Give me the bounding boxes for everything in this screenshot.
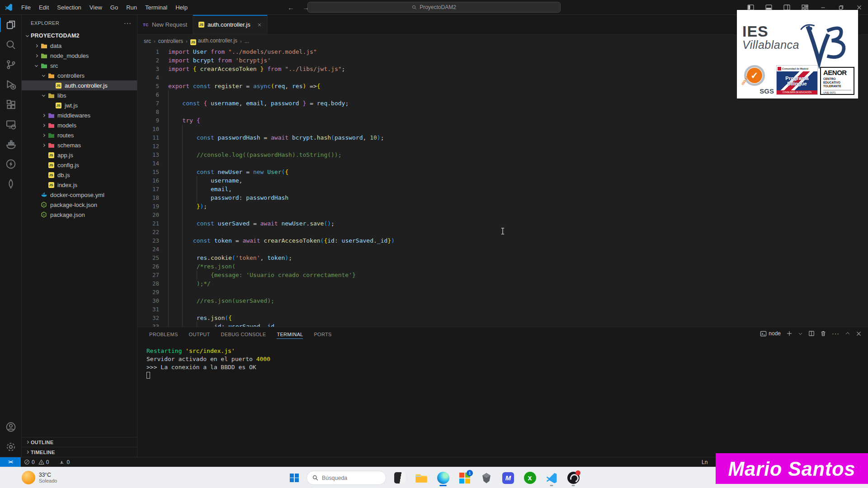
taskbar-search[interactable] [307,471,386,485]
code-line-22[interactable]: 22 [137,228,868,236]
command-center-search[interactable]: ProyectoDAM2 [307,2,561,13]
code-line-29[interactable]: 29 [137,288,868,296]
panel-tab-problems[interactable]: PROBLEMS [145,329,183,340]
code-line-15[interactable]: 15 const newUser = new User({ [137,168,868,176]
code-line-32[interactable]: 32 res.json({ [137,314,868,322]
code-line-9[interactable]: 9 try { [137,116,868,125]
code-line-23[interactable]: 23 const token = await crearAccesoToken(… [137,236,868,245]
tree-item-middlewares[interactable]: middlewares [22,110,137,120]
taskbar-obs-icon[interactable] [564,469,582,487]
taskbar-medal-app-icon[interactable]: M [499,469,517,487]
menu-view[interactable]: View [85,2,106,13]
tree-item-controllers[interactable]: controllers [22,70,137,80]
activity-source-control-icon[interactable] [0,55,22,75]
breadcrumb-item[interactable]: ... [245,38,249,44]
code-line-31[interactable]: 31 [137,305,868,314]
problems-status[interactable]: 0 0 [21,457,52,467]
tab-new-request[interactable]: TCNew Request [137,15,193,34]
tree-item-docker-compose-yml[interactable]: docker-compose.yml [22,190,137,200]
code-line-18[interactable]: 18 password: passwordHash [137,193,868,202]
panel-tab-terminal[interactable]: TERMINAL [272,329,307,340]
activity-account-icon[interactable] [0,417,22,437]
menu-selection[interactable]: Selection [53,2,85,13]
more-icon[interactable]: ··· [832,330,840,337]
remote-indicator[interactable]: >< [0,457,21,467]
activity-remote-explorer-icon[interactable] [0,114,22,134]
trash-icon[interactable] [820,330,826,337]
menu-go[interactable]: Go [106,2,122,13]
code-line-17[interactable]: 17 email, [137,185,868,193]
code-line-16[interactable]: 16 username, [137,176,868,185]
tree-root-folder[interactable]: PROYECTODAM2 [22,31,137,41]
tab-auth-controller-js[interactable]: JSauth.controller.js [193,15,268,34]
menu-run[interactable]: Run [122,2,141,13]
tree-item-db-js[interactable]: JSdb.js [22,170,137,180]
code-line-27[interactable]: 27 {message: 'Usuario creado correctamen… [137,271,868,279]
code-line-26[interactable]: 26 /*res.json( [137,262,868,271]
tree-item-models[interactable]: models [22,120,137,130]
tree-item-auth-controller-js[interactable]: JSauth.controller.js [22,80,137,90]
split-terminal-icon[interactable] [808,330,815,337]
code-line-28[interactable]: 28 );*/ [137,279,868,288]
panel-tab-debug-console[interactable]: DEBUG CONSOLE [217,329,271,340]
activity-extensions-icon[interactable] [0,94,22,114]
panel-tab-ports[interactable]: PORTS [309,329,336,340]
tree-item-data[interactable]: data [22,41,137,51]
code-line-19[interactable]: 19 }); [137,202,868,211]
chevron-up-icon[interactable] [845,331,850,336]
activity-files-icon[interactable] [0,15,22,35]
activity-docker-icon[interactable] [0,134,22,154]
tree-item-app-js[interactable]: JSapp.js [22,150,137,160]
cursor-position-status[interactable]: Ln [702,459,708,465]
sidebar-section-outline[interactable]: OUTLINE [22,437,137,447]
code-line-30[interactable]: 30 //res.json(userSaved); [137,296,868,305]
code-line-24[interactable]: 24 [137,245,868,253]
taskbar-dark-tile-app-icon[interactable] [391,469,409,487]
taskbar-store-icon[interactable]: 1 [456,469,474,487]
activity-thunder-client-icon[interactable] [0,154,22,174]
tree-item-routes[interactable]: routes [22,130,137,140]
tab-close-icon[interactable] [257,23,262,27]
ports-status[interactable]: 0 [56,457,73,467]
activity-run-debug-icon[interactable] [0,75,22,94]
tree-item-config-js[interactable]: JSconfig.js [22,160,137,170]
breadcrumb-item[interactable]: controllers [158,38,183,44]
taskbar-vscode-icon[interactable] [542,469,561,487]
code-line-13[interactable]: 13 //console.log((passwordHash).toString… [137,150,868,159]
code-line-11[interactable]: 11 const passwordHash = await bcrypt.has… [137,133,868,142]
explorer-more-icon[interactable]: ··· [124,19,132,27]
sidebar-section-timeline[interactable]: TIMELINE [22,447,137,457]
tree-item-libs[interactable]: libs [22,90,137,100]
code-line-12[interactable]: 12 [137,142,868,150]
new-terminal-icon[interactable] [786,330,793,337]
nav-back-icon[interactable]: ← [288,4,294,11]
start-button[interactable] [287,470,302,486]
terminal-output[interactable]: Restarting 'src/index.js'Servidor activa… [146,347,270,380]
tree-item-schemas[interactable]: schemas [22,140,137,150]
activity-mongodb-icon[interactable] [0,174,22,194]
code-line-33[interactable]: 33 _id: userSaved._id, [137,322,868,327]
code-line-7[interactable]: 7 const { username, email, password } = … [137,99,868,108]
menu-edit[interactable]: Edit [35,2,53,13]
breadcrumb-item[interactable]: JSauth.controller.js [190,38,237,45]
activity-search-icon[interactable] [0,35,22,55]
menu-file[interactable]: File [17,2,35,13]
taskbar-gem-app-icon[interactable] [477,469,495,487]
taskbar-xbox-icon[interactable]: x [521,469,539,487]
weather-widget[interactable]: 33°C Soleado [22,471,57,484]
code-line-10[interactable]: 10 [137,125,868,133]
tree-item-package-json[interactable]: jspackage.json [22,210,137,220]
breadcrumb-item[interactable]: src [144,38,151,44]
code-line-14[interactable]: 14 [137,159,868,168]
close-icon[interactable] [856,331,862,337]
code-line-21[interactable]: 21 const userSaved = await newUser.save(… [137,219,868,228]
code-line-25[interactable]: 25 res.cookie('token', token); [137,253,868,262]
tree-item-node-modules[interactable]: node_modules [22,51,137,61]
taskbar-file-explorer-icon[interactable] [412,469,430,487]
menu-terminal[interactable]: Terminal [141,2,171,13]
taskbar-edge-icon[interactable] [434,469,452,487]
code-line-20[interactable]: 20 [137,211,868,219]
tree-item-src[interactable]: src [22,61,137,70]
taskbar-search-input[interactable] [322,475,376,481]
tree-item-package-lock-json[interactable]: jspackage-lock.json [22,200,137,210]
